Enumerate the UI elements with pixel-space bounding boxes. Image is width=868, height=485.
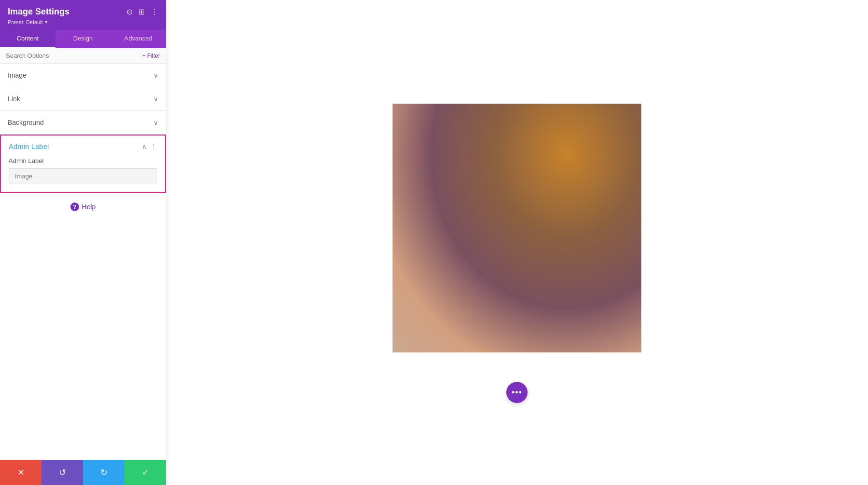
sidebar-header: Image Settings ⊙ ⊞ ⋮ Preset: Default ▾ [0,0,166,30]
admin-label-more-icon[interactable]: ⋮ [150,143,157,150]
gradient-image [393,104,641,352]
sidebar-tabs: Content Design Advanced [0,30,166,48]
tab-design[interactable]: Design [55,30,111,48]
sidebar-header-icons: ⊙ ⊞ ⋮ [126,7,158,16]
search-input[interactable] [6,52,142,59]
sidebar: Image Settings ⊙ ⊞ ⋮ Preset: Default ▾ C… [0,0,166,485]
main-content: ••• [166,0,868,485]
link-section: Link ∨ [0,87,166,111]
sidebar-content: + Filter Image ∨ Link ∨ Background ∨ [0,48,166,485]
undo-button[interactable]: ↺ [41,460,83,485]
image-chevron-icon: ∨ [153,71,158,79]
help-label: Help [82,203,96,211]
more-icon[interactable]: ⋮ [150,7,158,16]
redo-button[interactable]: ↻ [83,460,124,485]
admin-label-section: Admin Label ∧ ⋮ Admin Label [0,135,166,193]
search-bar: + Filter [0,48,166,64]
background-section-title: Background [8,119,44,126]
help-icon: ? [70,202,79,211]
admin-label-collapse-icon[interactable]: ∧ [142,143,147,150]
link-section-header[interactable]: Link ∨ [0,87,166,110]
columns-icon[interactable]: ⊞ [138,7,145,16]
tab-advanced[interactable]: Advanced [110,30,166,48]
background-chevron-icon: ∨ [153,119,158,126]
sidebar-title: Image Settings [8,7,69,17]
background-section: Background ∨ [0,111,166,135]
admin-label-title: Admin Label [9,142,49,150]
preset-label[interactable]: Preset: Default ▾ [8,19,158,25]
floating-dots-button[interactable]: ••• [506,382,528,403]
admin-label-header[interactable]: Admin Label ∧ ⋮ [1,135,165,157]
admin-label-input[interactable] [9,168,157,184]
admin-label-field-label: Admin Label [9,157,157,164]
link-section-title: Link [8,95,20,103]
background-section-header[interactable]: Background ∨ [0,111,166,134]
admin-label-icons: ∧ ⋮ [142,143,157,150]
admin-label-body: Admin Label [1,157,165,192]
link-chevron-icon: ∨ [153,95,158,103]
cancel-button[interactable]: ✕ [0,460,41,485]
image-section-header[interactable]: Image ∨ [0,64,166,87]
filter-button[interactable]: + Filter [142,53,160,59]
tab-content[interactable]: Content [0,30,55,48]
canvas-area: ••• [166,0,868,485]
help-section[interactable]: ? Help [0,193,166,221]
bottom-bar: ✕ ↺ ↻ ✓ [0,460,166,485]
sync-icon[interactable]: ⊙ [126,7,133,16]
image-section-title: Image [8,71,27,79]
save-button[interactable]: ✓ [124,460,166,485]
image-section: Image ∨ [0,64,166,87]
